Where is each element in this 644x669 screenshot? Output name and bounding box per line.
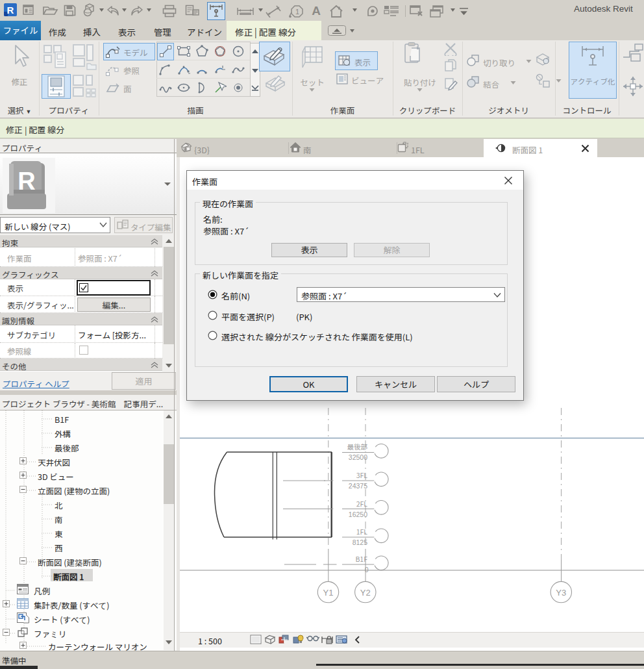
svg-text:24375: 24375 (349, 482, 367, 490)
svg-text:R: R (7, 5, 14, 16)
svg-text:Y2: Y2 (360, 588, 371, 598)
svg-text:8125: 8125 (353, 538, 368, 546)
svg-text:32500: 32500 (349, 453, 367, 461)
svg-text:0: 0 (365, 566, 369, 574)
svg-text:最後部: 最後部 (347, 442, 368, 451)
svg-text:16250: 16250 (349, 511, 367, 518)
svg-text:Y3: Y3 (556, 588, 566, 598)
svg-text:1FL: 1FL (356, 527, 368, 536)
svg-text:Y1: Y1 (323, 588, 334, 598)
svg-text:1: 1 (295, 8, 299, 16)
svg-text:2FL: 2FL (356, 499, 368, 509)
svg-text:R: R (18, 168, 35, 195)
svg-text:B1F: B1F (355, 554, 367, 564)
svg-text:3FL: 3FL (356, 470, 368, 480)
